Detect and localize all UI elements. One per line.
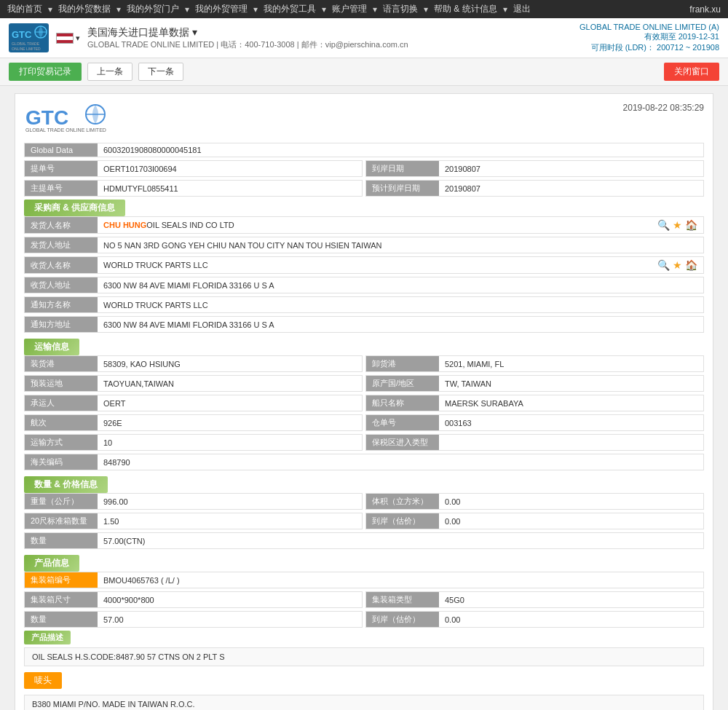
- container-no-tag: 集装箱编号: [25, 572, 98, 588]
- consignee-addr-label: 收货人地址: [25, 277, 98, 293]
- top-toolbar: 打印贸易记录 上一条 下一条 关闭窗口: [0, 58, 728, 86]
- close-button[interactable]: 关闭窗口: [664, 63, 719, 81]
- origin-country-cell: 原产国/地区 TW, TAIWAN: [365, 375, 704, 392]
- top-navigation: 我的首页 ▾ 我的外贸数据 ▾ 我的外贸门户 ▾ 我的外贸管理 ▾ 我的外贸工具…: [0, 0, 728, 18]
- notify-addr-label: 通知方地址: [25, 317, 98, 332]
- nav-home[interactable]: 我的首页: [7, 3, 42, 15]
- transport-mode-cell: 运输方式 10: [24, 434, 363, 451]
- eta-cell: 预计到岸日期 20190807: [365, 180, 704, 197]
- global-data-label: Global Data: [25, 143, 98, 157]
- shipper-name-rest: OIL SEALS IND CO LTD: [146, 221, 234, 229]
- unit-price-cell: 到岸（估价） 0.00: [365, 513, 704, 529]
- nav-help[interactable]: 帮助 & 统计信息: [434, 3, 497, 15]
- page-title: 美国海关进口提单数据 ▾: [87, 26, 408, 39]
- quantity-row: 数量 57.00(CTN): [24, 532, 704, 549]
- svg-text:ONLINE LIMITED: ONLINE LIMITED: [12, 47, 41, 51]
- record-datetime: 2019-08-22 08:35:29: [623, 103, 704, 113]
- nav-account[interactable]: 账户管理: [332, 3, 367, 15]
- transport-mode-value: 10: [98, 435, 362, 450]
- us-flag: [56, 33, 74, 44]
- origin-port-value: 58309, KAO HSIUNG: [98, 356, 362, 371]
- product-arrival-price-cell: 到岸（估价） 0.00: [365, 611, 704, 628]
- mark-button[interactable]: 唛头: [24, 672, 62, 689]
- dest-port-value: 5201, MIAMI, FL: [439, 356, 703, 371]
- carrier-vessel-row: 承运人 OERT 船只名称 MAERSK SURABAYA: [24, 395, 704, 411]
- nav-portal[interactable]: 我的外贸门户: [127, 3, 179, 15]
- customs-code-row: 海关编码 848790: [24, 454, 704, 470]
- next-button[interactable]: 下一条: [138, 63, 183, 81]
- container-size-type-row: 集装箱尺寸 4000*900*800 集装箱类型 45G0: [24, 591, 704, 608]
- port-row: 装货港 58309, KAO HSIUNG 卸货港 5201, MIAMI, F…: [24, 355, 704, 372]
- dest-port-cell: 卸货港 5201, MIAMI, FL: [365, 355, 704, 372]
- notify-name-row: 通知方名称 WORLD TRUCK PARTS LLC: [24, 296, 704, 313]
- record-card: GTC GLOBAL TRADE ONLINE LIMITED 2019-08-…: [15, 93, 713, 710]
- svg-text:GLOBAL TRADE ONLINE LIMITED: GLOBAL TRADE ONLINE LIMITED: [25, 127, 106, 133]
- nav-logout[interactable]: 退出: [513, 3, 531, 15]
- nav-management[interactable]: 我的外贸管理: [195, 3, 248, 15]
- consignee-star-icon[interactable]: ★: [673, 259, 682, 271]
- product-arrival-price-label: 到岸（估价）: [366, 612, 439, 627]
- product-qty-price-row: 数量 57.00 到岸（估价） 0.00: [24, 611, 704, 628]
- volume-cell: 体积（立方米） 0.00: [365, 493, 704, 510]
- weight-label: 重量（公斤）: [25, 494, 98, 509]
- eta-label: 预计到岸日期: [366, 181, 439, 196]
- bill-no-label: 提单号: [25, 161, 98, 176]
- carrier-label: 承运人: [25, 395, 98, 411]
- consignee-addr-value: 6300 NW 84 AVE MIAMI FLORIDA 33166 U S A: [98, 277, 703, 293]
- container-20-cell: 20尺标准箱数量 1.50: [24, 513, 363, 529]
- transport-bonded-row: 运输方式 10 保税区进入类型: [24, 434, 704, 451]
- shipper-home-icon[interactable]: 🏠: [685, 219, 697, 231]
- master-bill-eta-row: 主提单号 HDMUTYFL0855411 预计到岸日期 20190807: [24, 180, 704, 197]
- record-header: GTC GLOBAL TRADE ONLINE LIMITED 2019-08-…: [24, 103, 704, 135]
- quantity-price-section: 数量 & 价格信息 重量（公斤） 996.00 体积（立方米） 0.00 20尺…: [24, 476, 704, 549]
- origin-port-label: 装货港: [25, 356, 98, 371]
- shipper-addr-label: 发货人地址: [25, 237, 98, 253]
- shipper-name-row: 发货人名称 CHU HUNG OIL SEALS IND CO LTD 🔍 ★ …: [24, 216, 704, 234]
- product-qty-label: 数量: [25, 612, 98, 627]
- print-button[interactable]: 打印贸易记录: [9, 63, 82, 81]
- storage-cell: 仓单号 003163: [365, 414, 704, 431]
- container-size-cell: 集装箱尺寸 4000*900*800: [24, 591, 363, 608]
- weight-cell: 重量（公斤） 996.00: [24, 493, 363, 510]
- nav-trade-data[interactable]: 我的外贸数据: [58, 3, 111, 15]
- consignee-actions: 🔍 ★ 🏠: [657, 259, 697, 271]
- carrier-value: OERT: [98, 395, 362, 411]
- consignee-name-label: 收货人名称: [25, 257, 98, 273]
- svg-text:GLOBAL TRADE: GLOBAL TRADE: [12, 42, 40, 46]
- origin-country-label: 原产国/地区: [366, 376, 439, 391]
- notify-name-label: 通知方名称: [25, 297, 98, 312]
- consignee-name-value: WORLD TRUCK PARTS LLC 🔍 ★ 🏠: [98, 257, 703, 273]
- voyage-value: 926E: [98, 415, 362, 430]
- arrival-date-label: 到岸日期: [366, 161, 439, 176]
- nav-language[interactable]: 语言切换: [383, 3, 418, 15]
- buyer-supplier-title: 采购商 & 供应商信息: [24, 200, 125, 216]
- global-data-row: Global Data 6003201908080000045181: [24, 143, 704, 157]
- shipper-star-icon[interactable]: ★: [673, 219, 682, 231]
- product-section: 产品信息 集装箱编号 BMOU4065763 ( /L/ ) 集装箱尺寸 400…: [24, 555, 704, 710]
- flag-selector[interactable]: ▾: [56, 33, 80, 44]
- quantity-value: 57.00(CTN): [98, 533, 703, 548]
- unit-price-label: 到岸（估价）: [366, 513, 439, 529]
- prev-button[interactable]: 上一条: [87, 63, 132, 81]
- consignee-name-row: 收货人名称 WORLD TRUCK PARTS LLC 🔍 ★ 🏠: [24, 256, 704, 274]
- bonded-type-value: [439, 435, 703, 450]
- shipper-name-label: 发货人名称: [25, 217, 98, 233]
- master-bill-label: 主提单号: [25, 181, 98, 196]
- container-no-row: 集装箱编号 BMOU4065763 ( /L/ ): [24, 572, 704, 588]
- product-desc-title-row: 产品描述: [24, 631, 704, 644]
- customs-code-label: 海关编码: [25, 454, 98, 470]
- record-logo-icon: GTC GLOBAL TRADE ONLINE LIMITED: [24, 103, 111, 135]
- container-size-value: 4000*900*800: [98, 592, 362, 607]
- bonded-type-label: 保税区进入类型: [366, 435, 439, 450]
- voyage-cell: 航次 926E: [24, 414, 363, 431]
- storage-label: 仓单号: [366, 415, 439, 430]
- weight-value: 996.00: [98, 494, 362, 509]
- transport-section: 运输信息 装货港 58309, KAO HSIUNG 卸货港 5201, MIA…: [24, 339, 704, 470]
- arrival-date-cell: 到岸日期 20190807: [365, 160, 704, 177]
- consignee-search-icon[interactable]: 🔍: [657, 259, 670, 271]
- nav-tools[interactable]: 我的外贸工具: [264, 3, 316, 15]
- loading-place-value: TAOYUAN,TAIWAN: [98, 376, 362, 391]
- consignee-home-icon[interactable]: 🏠: [685, 259, 697, 271]
- container-price-row: 20尺标准箱数量 1.50 到岸（估价） 0.00: [24, 513, 704, 529]
- shipper-search-icon[interactable]: 🔍: [657, 219, 670, 231]
